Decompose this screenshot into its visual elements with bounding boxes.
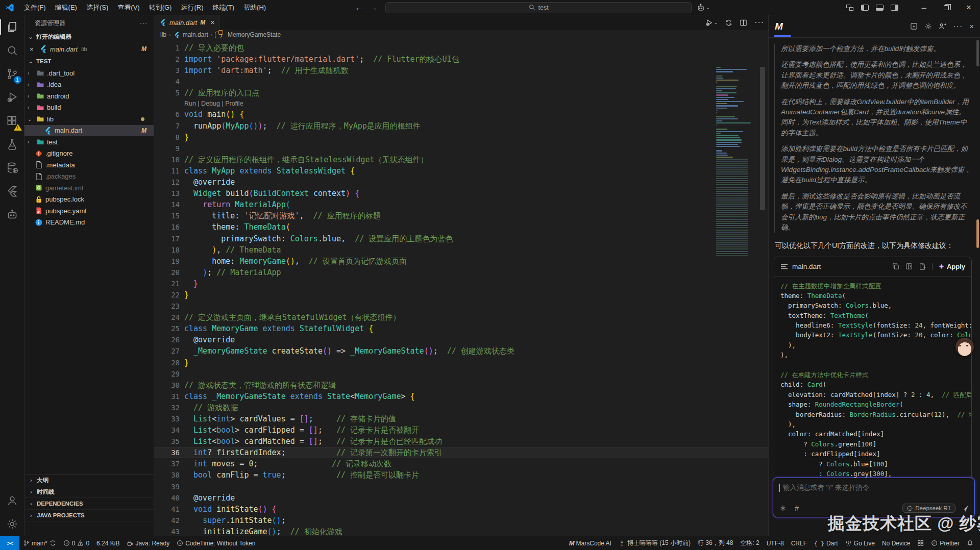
section-大纲[interactable]: ›大纲 <box>24 474 154 486</box>
code-line-3[interactable]: 3import 'dart:math'; // 用于生成随机数 <box>154 65 768 76</box>
menu-item[interactable]: 运行(R) <box>176 0 208 15</box>
ai-robot-icon[interactable] <box>0 203 24 227</box>
code-line-7[interactable]: 7 runApp(MyApp()); // 运行应用程序，MyApp是应用的根组… <box>154 120 768 132</box>
nav-back-button[interactable]: ← <box>355 3 362 12</box>
nav-forward-button[interactable]: → <box>370 3 377 12</box>
status-6-24-kib[interactable]: 6.24 KiB <box>93 540 123 547</box>
code-line-1[interactable]: 1// 导入必要的包 <box>154 42 768 54</box>
code-line-16[interactable]: 16 theme: ThemeData( <box>154 221 768 233</box>
code-line-40[interactable]: 40 @override <box>154 492 768 504</box>
status-marscode-ai[interactable]: MMarsCode AI <box>566 539 615 547</box>
breadcrumb-item[interactable]: main.dart <box>183 31 208 38</box>
code-line-21[interactable]: 21 } <box>154 278 768 289</box>
status-dart[interactable]: { }Dart <box>811 540 842 547</box>
section-dependencies[interactable]: ›DEPENDENCIES <box>24 498 154 510</box>
tree-item-test[interactable]: ›test <box>24 136 154 148</box>
code-line-12[interactable]: 12 @override <box>154 177 768 188</box>
command-search-input[interactable]: test <box>385 2 692 13</box>
menu-item[interactable]: 帮助(H) <box>239 0 271 15</box>
commands-sparkle-icon[interactable] <box>779 505 787 512</box>
code-line-13[interactable]: 13 Widget build(BuildContext context) { <box>154 188 768 199</box>
floating-avatar[interactable] <box>955 338 974 356</box>
run-debug-icon[interactable] <box>0 86 24 109</box>
breadcrumb[interactable]: lib›main.dart›_MemoryGameState <box>154 30 768 40</box>
restore-button[interactable] <box>935 0 958 15</box>
section-时间线[interactable]: ›时间线 <box>24 486 154 498</box>
code-line-31[interactable]: 31class _MemoryGameState extends State<M… <box>154 391 768 402</box>
tree-item-gametest-iml[interactable]: gametest.iml <box>24 182 154 194</box>
project-section-header[interactable]: ⌄ TEST <box>24 55 154 67</box>
model-selector[interactable]: Deepseek R1 <box>902 504 955 513</box>
code-line-14[interactable]: 14 return MaterialApp( <box>154 199 768 210</box>
status-go-live[interactable]: Go Live <box>842 540 878 547</box>
new-chat-icon[interactable] <box>910 22 918 30</box>
tab-main-dart[interactable]: main.dart M × <box>154 15 220 30</box>
tree-item-lib[interactable]: ⌄lib <box>24 113 154 125</box>
sync-changes-icon[interactable] <box>725 19 732 27</box>
code-line-28[interactable]: 28} <box>154 357 768 368</box>
tree-item-main-dart[interactable]: main.dartM <box>24 125 154 137</box>
toggle-secondary-sidebar-button[interactable] <box>891 5 898 11</box>
extensions-icon[interactable] <box>0 109 24 133</box>
remote-indicator[interactable]: >< <box>0 536 19 550</box>
code-line-6[interactable]: 6void main() { <box>154 109 768 120</box>
new-file-icon[interactable] <box>919 263 926 270</box>
run-debug-button[interactable]: ⌄ <box>705 19 718 27</box>
code-line-11[interactable]: 11class MyApp extends StatelessWidget { <box>154 165 768 177</box>
ai-message-input[interactable]: 输入消息或者 "/" 来选择指令 # Deepseek R1 <box>773 478 975 517</box>
tree-item--metadata[interactable]: .metadata <box>24 159 154 171</box>
code-line-18[interactable]: 18 ), // ThemeData <box>154 244 768 256</box>
close-icon[interactable]: × <box>30 45 37 53</box>
code-line-33[interactable]: 33 List<int> cardValues = []; // 存储卡片的值 <box>154 413 768 424</box>
toggle-sidebar-button[interactable] <box>861 5 869 11</box>
open-editors-section-header[interactable]: ⌄ 打开的编辑器 <box>24 31 154 43</box>
code-line-35[interactable]: 35 List<bool> cardMatched = []; // 记录卡片是… <box>154 436 768 447</box>
tree-item-pubspec-lock[interactable]: pubspec.lock <box>24 194 154 206</box>
code-line-32[interactable]: 32 // 游戏数据 <box>154 402 768 413</box>
code-line-26[interactable]: 26 @override <box>154 334 768 345</box>
status-codetime-without-token[interactable]: CodeTime: Without Token <box>173 540 259 547</box>
close-button[interactable]: × <box>958 0 980 15</box>
panel-scrollbar-thumb[interactable] <box>976 40 979 66</box>
marscode-logo[interactable]: M <box>775 21 782 32</box>
explorer-more-actions-button[interactable]: ··· <box>140 19 148 27</box>
database-icon[interactable] <box>0 156 24 180</box>
customize-layout-button[interactable] <box>846 5 854 11</box>
tree-item--packages[interactable]: .packages <box>24 171 154 183</box>
testing-icon[interactable] <box>0 133 24 156</box>
tree-item--gitignore[interactable]: .gitignore <box>24 148 154 160</box>
code-line-9[interactable]: 9 <box>154 143 768 154</box>
apply-button[interactable]: ✦ Apply <box>939 263 965 270</box>
status-prettier[interactable]: Prettier <box>927 540 963 547</box>
status-main-[interactable]: main* <box>19 540 60 547</box>
code-line-29[interactable]: 29 <box>154 368 768 380</box>
code-line-23[interactable]: 23 <box>154 301 768 312</box>
menu-item[interactable]: 文件(F) <box>19 0 51 15</box>
tree-item--idea[interactable]: ›.idea <box>24 79 154 91</box>
menu-item[interactable]: 查看(V) <box>113 0 144 15</box>
flutter-icon[interactable] <box>0 180 24 203</box>
profile-share-icon[interactable] <box>939 22 946 30</box>
more-actions-icon[interactable]: ··· <box>754 18 764 27</box>
tree-item--dart-tool[interactable]: ›.dart_tool <box>24 67 154 79</box>
tree-item-pubspec-yaml[interactable]: pubspec.yaml <box>24 205 154 217</box>
code-line-10[interactable]: 10// 定义应用程序的根组件，继承自StatelessWidget（无状态组件… <box>154 154 768 165</box>
status-0[interactable]: 00 <box>60 540 93 547</box>
codelens-run-debug-profile[interactable]: Run | Debug | Profile <box>154 98 768 109</box>
code-editor[interactable]: 1// 导入必要的包2import 'package:flutter/mater… <box>154 40 768 536</box>
code-line-17[interactable]: 17 primarySwatch: Colors.blue, // 设置应用的主… <box>154 233 768 244</box>
code-line-4[interactable]: 4 <box>154 76 768 87</box>
context-hash-button[interactable]: # <box>795 504 799 512</box>
tree-item-android[interactable]: ›android <box>24 90 154 102</box>
menu-item[interactable]: 选择(S) <box>82 0 113 15</box>
menu-item[interactable]: 终端(T) <box>208 0 239 15</box>
tree-item-README-md[interactable]: README.md <box>24 217 154 229</box>
status-crlf[interactable]: CRLF <box>788 540 811 547</box>
source-control-icon[interactable]: 1 <box>0 62 24 86</box>
close-panel-icon[interactable]: × <box>969 22 974 31</box>
tree-item-build[interactable]: ›build <box>24 102 154 114</box>
status-grid[interactable] <box>914 540 927 546</box>
menu-item[interactable]: 编辑(E) <box>51 0 82 15</box>
account-icon[interactable] <box>0 489 24 512</box>
insert-code-icon[interactable] <box>905 263 913 270</box>
